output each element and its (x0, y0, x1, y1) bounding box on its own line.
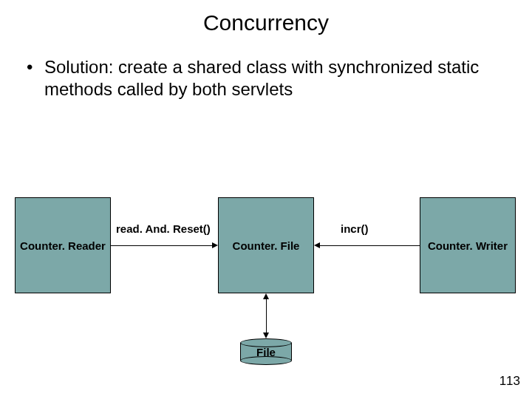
storage-label: File (240, 346, 292, 358)
arrow-head-icon (263, 293, 269, 299)
arrow-head-icon (263, 332, 269, 338)
box-label: Counter. Writer (428, 239, 508, 252)
page-number: 113 (499, 374, 520, 389)
arrow-line-left (111, 245, 212, 246)
arrow-head-icon (314, 242, 320, 248)
box-counter-writer: Counter. Writer (420, 197, 516, 293)
box-label: Counter. File (233, 239, 300, 252)
box-label: Counter. Reader (20, 239, 106, 252)
slide-title: Concurrency (0, 0, 532, 35)
box-counter-file: Counter. File (218, 197, 314, 293)
storage-cylinder: File (240, 338, 292, 361)
arrow-head-icon (212, 242, 218, 248)
bullet-text: Solution: create a shared class with syn… (0, 35, 532, 100)
edge-label-read-and-reset: read. And. Reset() (116, 222, 211, 235)
arrow-line-vertical (266, 299, 267, 332)
arrow-line-right (320, 245, 420, 246)
edge-label-incr: incr() (341, 222, 369, 235)
box-counter-reader: Counter. Reader (15, 197, 111, 293)
